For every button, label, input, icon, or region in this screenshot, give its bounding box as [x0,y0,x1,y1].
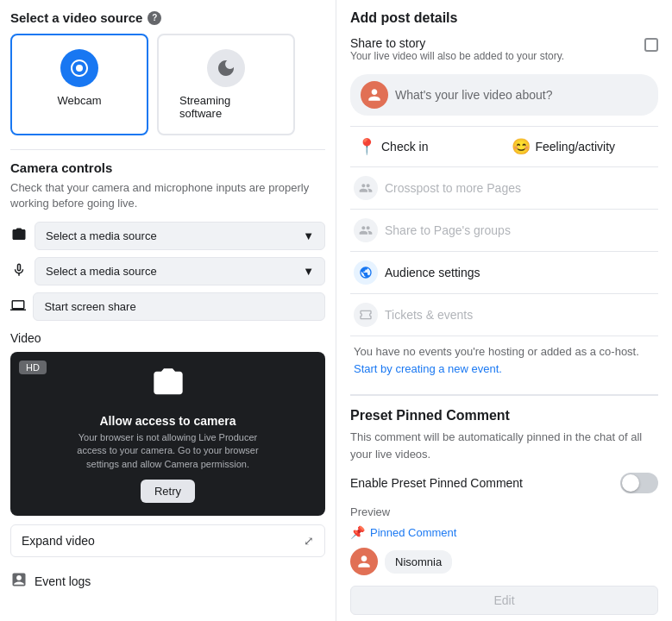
video-source-row: Select a media source ▼ [10,222,325,250]
mic-icon [10,262,28,281]
tickets-icon [354,303,378,327]
webcam-icon [60,49,98,87]
select-source-header: Select a video source ? [10,10,325,25]
feeling-action[interactable]: 😊 Feeling/activity [505,132,659,161]
story-checkbox[interactable] [644,38,658,52]
audio-source-row: Select a media source ▼ [10,257,325,285]
camera-access-icon [151,366,185,407]
right-panel: Add post details Share to story Your liv… [336,0,672,621]
retry-button[interactable]: Retry [141,480,195,503]
comment-avatar [350,548,378,575]
preset-toggle-switch[interactable] [620,473,658,493]
preview-label: Preview [350,505,658,518]
audience-icon [354,260,378,285]
share-to-story-label: Share to story [350,36,564,50]
video-select-chevron: ▼ [303,229,314,242]
expand-video-label: Expand video [22,534,95,548]
toggle-knob [622,474,639,492]
add-post-title: Add post details [350,10,658,26]
divider-1 [10,149,325,150]
preset-toggle-row: Enable Preset Pinned Comment [350,473,658,493]
camera-controls-desc: Check that your camera and microphone in… [10,180,325,211]
feeling-icon: 😊 [512,137,531,156]
check-in-icon: 📍 [357,137,376,156]
video-select-label: Select a media source [46,229,157,242]
camera-ctrl-icon [10,227,28,246]
preset-title: Preset Pinned Comment [350,408,658,423]
check-in-feeling-row: 📍 Check in 😊 Feeling/activity [350,126,658,166]
screen-share-row: Start screen share [10,292,325,321]
events-link[interactable]: Start by creating a new event. [354,362,502,375]
share-groups-icon [354,218,378,242]
event-logs-icon [10,571,28,591]
video-preview: HD Allow access to camera Your browser i… [10,352,325,516]
preset-section: Preset Pinned Comment This comment will … [350,394,658,615]
share-groups-label: Share to Page's groups [385,223,511,237]
streaming-source-card[interactable]: Streaming software [157,34,295,135]
retry-label: Retry [154,485,181,498]
webcam-source-card[interactable]: Webcam [10,34,148,135]
preset-toggle-label: Enable Preset Pinned Comment [350,476,523,490]
events-note: You have no events you're hosting or add… [350,336,658,384]
crosspost-icon [354,176,378,200]
video-sources: Webcam Streaming software [10,34,325,135]
comment-preview-row: Nisomnia [350,548,658,575]
comment-username: Nisomnia [395,555,442,568]
video-section-title: Video [10,331,325,345]
pinned-comment-row: 📌 Pinned Comment [350,525,658,539]
event-logs-row[interactable]: Event logs [10,566,325,596]
select-source-title: Select a video source [10,10,142,25]
event-logs-label: Event logs [35,574,91,588]
live-input-row[interactable]: What's your live video about? [350,74,658,116]
audio-select-chevron: ▼ [303,265,314,278]
check-in-label: Check in [381,140,428,154]
share-to-story-desc: Your live video will also be added to yo… [350,50,564,62]
live-placeholder: What's your live video about? [395,88,552,102]
audio-media-select[interactable]: Select a media source ▼ [35,257,325,285]
pinned-comment-label: Pinned Comment [370,526,456,539]
camera-controls-title: Camera controls [10,160,325,175]
preset-desc: This comment will be automatically pinne… [350,429,658,462]
live-avatar [361,81,388,109]
camera-access-title: Allow access to camera [100,414,236,428]
tickets-row[interactable]: Tickets & events [350,293,658,336]
screen-share-button[interactable]: Start screen share [33,292,325,321]
streaming-label: Streaming software [179,94,273,120]
edit-label: Edit [493,593,514,607]
expand-icon: ⤢ [304,534,314,548]
edit-button[interactable]: Edit [350,586,658,615]
audio-select-label: Select a media source [46,265,157,278]
video-media-select[interactable]: Select a media source ▼ [35,222,325,250]
streaming-icon [207,49,245,87]
crosspost-row[interactable]: Crosspost to more Pages [350,166,658,209]
share-to-story-row: Share to story Your live video will also… [350,36,658,71]
screen-icon [10,298,26,317]
pin-icon: 📌 [350,525,365,539]
camera-access-desc: Your browser is not allowing Live Produc… [65,431,272,471]
tickets-label: Tickets & events [385,308,473,322]
crosspost-label: Crosspost to more Pages [385,181,521,195]
audience-row[interactable]: Audience settings [350,251,658,293]
help-icon[interactable]: ? [148,11,161,25]
audience-label: Audience settings [385,266,480,279]
feeling-label: Feeling/activity [536,140,616,154]
comment-bubble: Nisomnia [385,550,452,574]
check-in-action[interactable]: 📍 Check in [350,132,505,161]
webcam-label: Webcam [57,94,101,107]
share-groups-row[interactable]: Share to Page's groups [350,209,658,251]
left-panel: Select a video source ? Webcam Streaming… [0,0,336,621]
svg-point-0 [76,65,83,72]
expand-video-row[interactable]: Expand video ⤢ [10,524,325,557]
screen-share-label: Start screen share [44,300,135,313]
video-badge: HD [19,361,47,374]
